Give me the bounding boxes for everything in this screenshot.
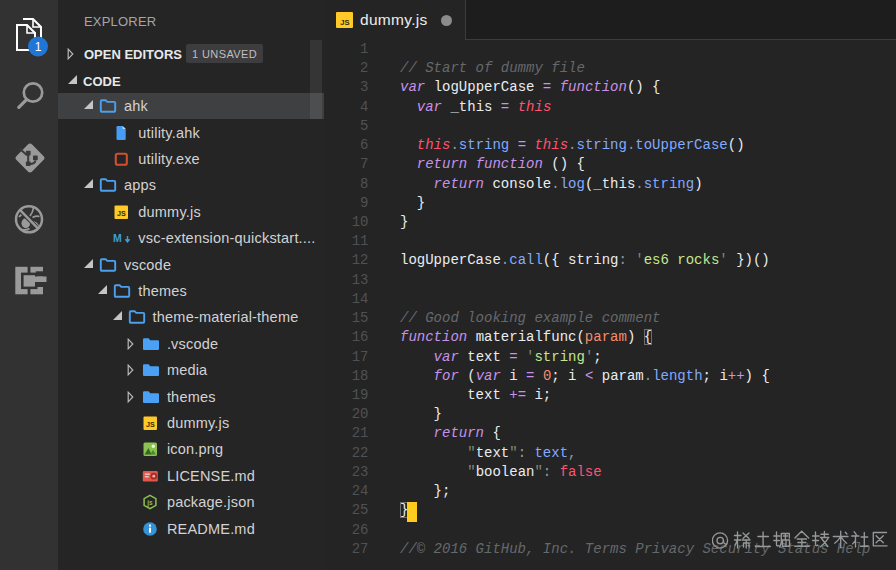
svg-text:JS: JS [146, 420, 155, 429]
svg-text:1: 1 [35, 40, 42, 54]
svg-text:JS: JS [340, 18, 349, 27]
svg-text:M: M [113, 233, 122, 245]
svg-text:JS: JS [117, 209, 126, 218]
svg-text:js: js [146, 499, 153, 507]
